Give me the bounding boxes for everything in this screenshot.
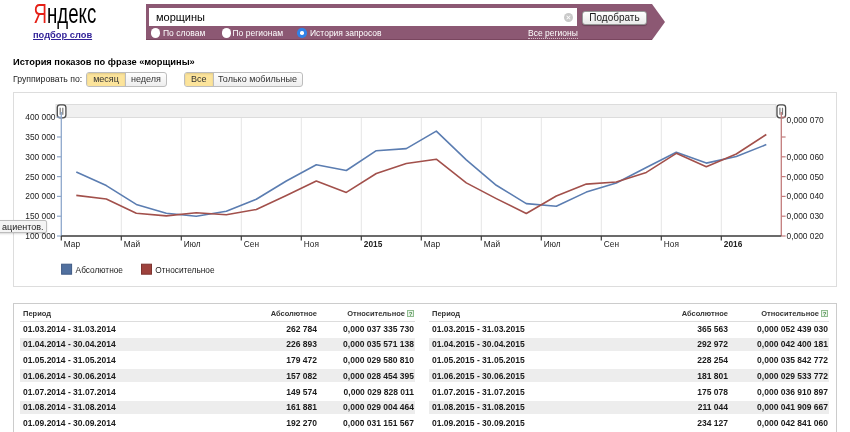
svg-text:0,000 020: 0,000 020 [787,231,825,241]
svg-text:200 000: 200 000 [25,191,56,201]
svg-text:Ноя: Ноя [664,239,679,249]
svg-text:0,000 060: 0,000 060 [787,152,825,162]
svg-text:Относительное: Относительное [155,265,215,275]
svg-text:0,000 050: 0,000 050 [787,172,825,182]
svg-text:0,000 030: 0,000 030 [787,211,825,221]
svg-text:2016: 2016 [724,239,743,249]
svg-text:250 000: 250 000 [25,172,56,182]
svg-text:300 000: 300 000 [25,152,56,162]
svg-text:Май: Май [124,239,141,249]
svg-text:350 000: 350 000 [25,132,56,142]
svg-text:Июл: Июл [184,239,201,249]
svg-text:Май: Май [484,239,501,249]
svg-text:Мар: Мар [424,239,441,249]
svg-text:Сен: Сен [244,239,259,249]
svg-text:Июл: Июл [544,239,561,249]
svg-text:0,000 040: 0,000 040 [787,191,825,201]
svg-text:Абсолютное: Абсолютное [76,265,124,275]
svg-text:100 000: 100 000 [25,231,56,241]
svg-text:0,000 070: 0,000 070 [787,115,825,125]
svg-text:400 000: 400 000 [25,112,56,122]
svg-text:Мар: Мар [64,239,81,249]
svg-text:Ноя: Ноя [304,239,319,249]
svg-text:2015: 2015 [364,239,383,249]
svg-text:Сен: Сен [604,239,619,249]
